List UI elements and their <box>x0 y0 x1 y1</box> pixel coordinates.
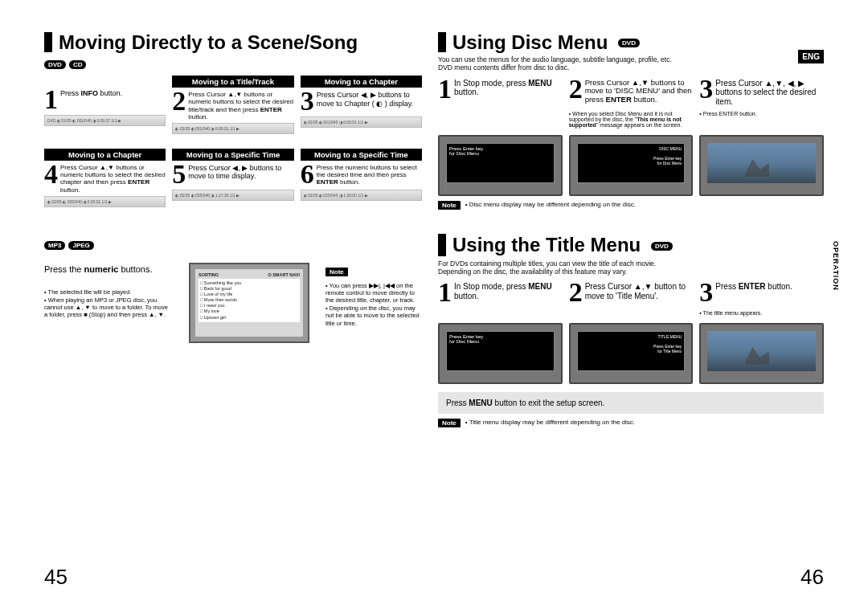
step-text: Press Cursor ▲,▼, ◀, ▶ buttons to select… <box>715 77 824 107</box>
title-step-2: 2 Press Cursor ▲,▼ button to move to 'Ti… <box>569 280 694 305</box>
note-label: Note <box>326 268 348 276</box>
step-text: Press Cursor ▲,▼ buttons or numeric butt… <box>188 89 293 121</box>
page-number-left: 45 <box>44 565 68 590</box>
step-num: 2 <box>569 77 583 102</box>
step-4: Moving to a Chapter 4 Press Cursor ▲,▼ b… <box>44 149 166 207</box>
disc-note-text: • Disc menu display may be different dep… <box>465 201 636 209</box>
step-header: Moving to a Title/Track <box>172 76 293 88</box>
step-num: 6 <box>301 162 314 187</box>
step-text: Press the numeric buttons to select the … <box>317 162 422 186</box>
info-strip: ◐ 02/05 ◐ 025/040 ◑ 1:30:00 1/1 ▶ <box>301 190 422 201</box>
title-bullet-3: • The title menu appears. <box>699 310 824 316</box>
info-strip: ◐ 02/05 ◐ 025/040 ◑ 1:17:30 1/1 ▶ <box>172 190 293 201</box>
page-45: Moving Directly to a Scene/Song DVD CD 1… <box>44 32 422 595</box>
step-header: Moving to a Specific Time <box>172 149 293 161</box>
title-note-text: • Title menu display may be different de… <box>465 419 635 427</box>
title-note: Note • Title menu display may be differe… <box>438 419 824 427</box>
tv-preview-image <box>699 135 824 196</box>
mp3-file-list-preview: SORTING⊙ SMART NAVI □ Something like you… <box>189 263 309 343</box>
tv-preview: Press Enter keyfor Disc Menu <box>438 135 563 196</box>
info-strip: ◐ 02/05 ◐ 025/040 ◑ 0:00:01 1/1 ▶ <box>44 196 166 207</box>
step-num: 3 <box>301 89 314 114</box>
page-46: ENG Using Disc Menu DVD You can use the … <box>438 32 824 595</box>
section-title-title-menu: Using the Title Menu DVD <box>438 234 824 256</box>
step-num: 3 <box>699 280 713 305</box>
exit-instruction: Press MENU button to exit the setup scre… <box>438 392 824 414</box>
step-num: 4 <box>44 162 58 187</box>
tv-preview: Press Enter keyfor Disc Menu <box>438 323 563 384</box>
tag-dvd: DVD <box>44 60 66 69</box>
section-title-disc-menu: Using Disc Menu DVD <box>438 32 824 52</box>
step-text: Press Cursor ◀, ▶ buttons to move to Cha… <box>317 89 422 108</box>
step-row-2: Moving to a Chapter 4 Press Cursor ▲,▼ b… <box>44 149 422 207</box>
numeric-bullets: • The selected file will be played.• Whe… <box>44 288 173 319</box>
title-bullet-row: • The title menu appears. <box>438 310 824 316</box>
step-header: Moving to a Chapter <box>44 149 166 161</box>
operation-side-tab: OPERATION <box>832 241 840 291</box>
disc-preview-row: Press Enter keyfor Disc Menu DISC MENUPr… <box>438 133 824 196</box>
press-numeric-text: Press the numeric buttons. <box>44 263 173 275</box>
step-text: Press Cursor ▲,▼ buttons to move to 'DIS… <box>585 77 694 105</box>
disc-menu-sub: You can use the menus for the audio lang… <box>438 55 824 72</box>
step-num: 2 <box>569 280 583 305</box>
tag-jpeg: JPEG <box>68 241 93 250</box>
disc-note: Note • Disc menu display may be differen… <box>438 201 824 210</box>
step-text: Press Cursor ◀, ▶ buttons to move to tim… <box>188 162 293 181</box>
disc-bullet-2: • When you select Disc Menu and it is no… <box>569 111 694 128</box>
disc-bullet-row: • When you select Disc Menu and it is no… <box>438 111 824 128</box>
disc-menu-title-text: Using Disc Menu <box>452 31 608 53</box>
tag-dvd-inline-2: DVD <box>651 242 673 251</box>
note-label: Note <box>438 201 461 210</box>
step-num: 5 <box>172 162 186 187</box>
step-num: 1 <box>438 77 452 102</box>
lang-badge: ENG <box>798 50 824 63</box>
disc-step-row: 1 In Stop mode, press MENU button. 2 Pre… <box>438 77 824 107</box>
disc-type-tags: DVD CD <box>44 60 86 69</box>
step-5: Moving to a Specific Time 5 Press Cursor… <box>172 149 293 207</box>
step-text: Press Cursor ▲,▼ button to move to 'Titl… <box>585 280 694 300</box>
step-text: Press ENTER button. <box>715 280 792 292</box>
page-number-right: 46 <box>800 565 824 590</box>
step-num: 2 <box>172 89 186 114</box>
step-num: 1 <box>438 280 452 305</box>
step-row-1: 1 Press INFO button. DVD ◐ 01/05 ◐ 001/0… <box>44 76 422 134</box>
tag-dvd-inline: DVD <box>618 39 640 47</box>
title-menu-title-text: Using the Title Menu <box>452 234 641 255</box>
step-text: Press INFO button. <box>60 88 122 97</box>
title-menu-sub: For DVDs containing multiple titles, you… <box>438 260 824 276</box>
info-strip: ◐ 02/05 ◐ 001/040 ◑ 0:00:01 1/1 ▶ <box>301 116 422 128</box>
title-preview-row: Press Enter keyfor Disc Menu TITLE MENUP… <box>438 321 824 384</box>
disc-step-3: 3 Press Cursor ▲,▼, ◀, ▶ buttons to sele… <box>699 77 824 107</box>
tag-cd: CD <box>69 60 87 69</box>
title-step-row: 1 In Stop mode, press MENU button. 2 Pre… <box>438 280 824 305</box>
step-header: Moving to a Chapter <box>301 76 422 88</box>
step-text: In Stop mode, press MENU button. <box>454 280 563 300</box>
disc-bullet-3: • Press ENTER button. <box>699 111 824 128</box>
mp3-tags: MP3 JPEG <box>44 241 94 250</box>
section-title-moving: Moving Directly to a Scene/Song <box>44 32 422 52</box>
info-strip: DVD ◐ 01/05 ◐ 001/040 ◑ 0:00:37 1/1 ▶ <box>44 115 166 126</box>
tv-preview: TITLE MENUPress Enter keyfor Title Menu <box>569 323 694 384</box>
step-num: 1 <box>44 88 58 112</box>
step-1: 1 Press INFO button. DVD ◐ 01/05 ◐ 001/0… <box>44 76 166 134</box>
note-bullets: • You can press ▶▶|, |◀◀ on the remote c… <box>326 282 422 327</box>
step-text: Press Cursor ▲,▼ buttons or numeric butt… <box>60 162 166 194</box>
info-strip: ◐ 02/05 ◐ 001/040 ◑ 0:00:01 1/1 ▶ <box>172 123 293 134</box>
step-header: Moving to a Specific Time <box>301 149 422 161</box>
title-step-3: 3 Press ENTER button. <box>699 280 824 305</box>
step-num: 3 <box>699 77 713 102</box>
step-3: Moving to a Chapter 3 Press Cursor ◀, ▶ … <box>301 76 422 134</box>
tag-mp3: MP3 <box>44 241 65 250</box>
step-text: In Stop mode, press MENU button. <box>454 77 563 97</box>
step-6: Moving to a Specific Time 6 Press the nu… <box>301 149 422 207</box>
title-step-1: 1 In Stop mode, press MENU button. <box>438 280 563 305</box>
tv-preview-image <box>699 323 824 384</box>
step-2: Moving to a Title/Track 2 Press Cursor ▲… <box>172 76 293 134</box>
disc-step-1: 1 In Stop mode, press MENU button. <box>438 77 563 107</box>
tv-preview: DISC MENUPress Enter keyfor Disc Menu <box>569 135 694 196</box>
disc-step-2: 2 Press Cursor ▲,▼ buttons to move to 'D… <box>569 77 694 107</box>
note-label: Note <box>438 419 461 427</box>
